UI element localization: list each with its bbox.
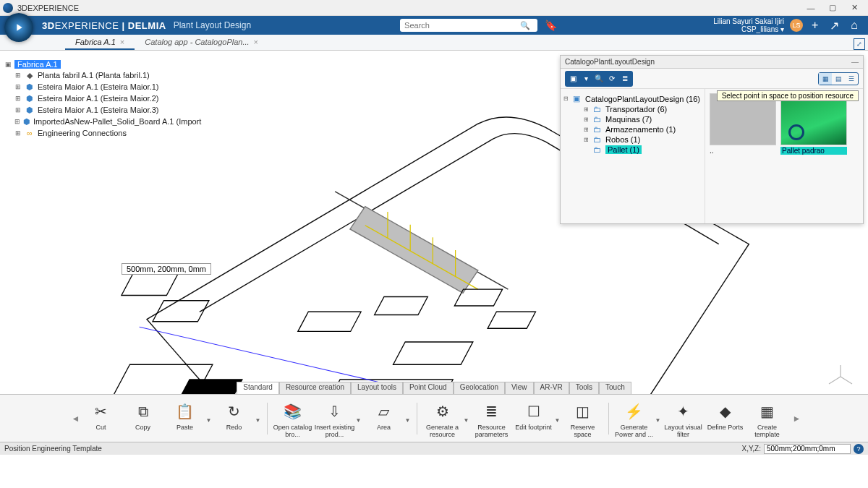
compass-button[interactable] — [4, 13, 33, 42]
dropdown-arrow[interactable]: ▼ — [655, 398, 663, 424]
add-button[interactable]: + — [809, 19, 821, 32]
document-tab[interactable]: Fabrica A.1× — [65, 35, 135, 50]
copy-button[interactable]: ⧉Copy — [122, 398, 164, 439]
expand-icon[interactable]: ⊞ — [14, 106, 22, 114]
tree-node[interactable]: ⊞ ⬢ Esteira Maior A.1 (Esteira Maior.3) — [4, 104, 192, 116]
catalog-refresh-button[interactable]: ⟳ — [605, 72, 618, 85]
dropdown-arrow[interactable]: ▼ — [255, 398, 263, 424]
action-bar-tab[interactable]: AR-VR — [534, 382, 569, 394]
search-input[interactable] — [404, 21, 520, 30]
view-list-button[interactable]: ☰ — [845, 73, 858, 85]
tool-icon: ◫ — [573, 401, 593, 421]
action-bar-tab[interactable]: Resource creation — [279, 382, 351, 394]
xyz-input[interactable] — [764, 444, 851, 454]
catalog-list-button[interactable]: ≣ — [618, 72, 631, 85]
help-button[interactable]: ? — [854, 444, 864, 454]
action-bar-tab[interactable]: Touch — [599, 382, 631, 394]
action-bar-tab[interactable]: Layout tools — [351, 382, 403, 394]
catalog-dropdown-button[interactable]: ▾ — [579, 72, 592, 85]
tree-node[interactable]: ⊞ ∞ Engineering Connections — [4, 127, 192, 139]
svg-rect-9 — [454, 289, 502, 306]
spec-tree[interactable]: ▣ Fabrica A.1 ⊞ ◆ Planta fabril A.1 (Pla… — [4, 59, 192, 139]
edit-footprint-button[interactable]: ☐Edit footprint — [513, 398, 555, 439]
window-minimize-button[interactable]: — — [800, 0, 822, 16]
expand-icon[interactable]: ⊞ — [14, 95, 22, 102]
collapse-icon[interactable]: ▣ — [4, 61, 12, 68]
action-bar-tab[interactable]: Geolocation — [454, 382, 505, 394]
home-button[interactable]: ⌂ — [848, 19, 861, 32]
tree-node[interactable]: ⊞ ⬢ Esteira Maior A.1 (Esteira Maior.1) — [4, 81, 192, 93]
catalog-folder[interactable]: ⊞🗀Armazenamento (1) — [563, 124, 702, 134]
tab-close-icon[interactable]: × — [120, 38, 124, 46]
generate-a-resource-button[interactable]: ⚙Generate a resource — [422, 398, 464, 439]
toolbar-scroll-left[interactable]: ◄ — [69, 414, 79, 424]
window-close-button[interactable]: ✕ — [843, 0, 865, 16]
open-catalog-bro-button[interactable]: 📚Open catalog bro... — [272, 398, 314, 439]
user-info[interactable]: Lilian Sayuri Sakai Ijiri CSP_lilians ▾ — [713, 17, 784, 33]
catalog-open-button[interactable]: ▣ — [566, 72, 579, 85]
catalog-tree-root[interactable]: ⊟▣ CatalogoPlantLayoutDesign (16) — [563, 93, 702, 104]
dropdown-arrow[interactable]: ▼ — [405, 398, 412, 424]
expand-icon[interactable]: ⊞ — [14, 118, 20, 125]
status-bar: Position Engineering Template X,Y,Z: ? — [0, 442, 868, 455]
dropdown-arrow[interactable]: ▼ — [356, 398, 363, 424]
view-small-thumb-button[interactable]: ▤ — [832, 73, 845, 85]
expand-button[interactable]: ⤢ — [854, 38, 865, 50]
action-bar-tabs: StandardResource creationLayout toolsPoi… — [0, 382, 868, 394]
create-template-button[interactable]: ▦Create template — [746, 398, 788, 439]
catalog-toolbar: ▣ ▾ 🔍 ⟳ ≣ ▦ ▤ ☰ — [561, 69, 863, 89]
user-block: Lilian Sayuri Sakai Ijiri CSP_lilians ▾ … — [713, 17, 868, 33]
paste-button[interactable]: 📋Paste — [164, 398, 206, 439]
toolbar-scroll-right[interactable]: ► — [790, 414, 800, 424]
expand-icon[interactable]: ⊞ — [14, 83, 22, 90]
cut-button[interactable]: ✂Cut — [80, 398, 122, 439]
catalog-panel-header[interactable]: CatalogoPlantLayoutDesign — — [561, 56, 863, 69]
folder-icon: 🗀 — [593, 115, 603, 124]
catalog-thumbnail[interactable]: .. — [710, 93, 776, 155]
tree-root[interactable]: ▣ Fabrica A.1 — [4, 59, 192, 69]
area-button[interactable]: ▱Area — [363, 398, 405, 439]
catalog-search-button[interactable]: 🔍 — [592, 72, 605, 85]
catalog-tree[interactable]: ⊟▣ CatalogoPlantLayoutDesign (16) ⊞🗀Tran… — [561, 89, 705, 223]
play-icon — [13, 22, 25, 33]
catalog-folder[interactable]: 🗀Pallet (1) — [563, 145, 702, 155]
panel-pin-icon[interactable]: — — [851, 58, 859, 66]
dropdown-arrow[interactable]: ▼ — [555, 398, 562, 424]
avatar[interactable]: LS — [790, 19, 803, 32]
tree-node[interactable]: ⊞ ◆ Planta fabril A.1 (Planta fabril.1) — [4, 69, 192, 81]
search-icon[interactable]: 🔍 — [520, 21, 530, 30]
folder-icon: 🗀 — [593, 135, 603, 144]
os-titlebar: 3DEXPERIENCE — ▢ ✕ — [0, 0, 868, 16]
cyl-icon: ⬢ — [23, 116, 30, 127]
book-icon: ▣ — [573, 94, 583, 103]
dropdown-arrow[interactable]: ▼ — [206, 398, 213, 424]
reserve-space-button[interactable]: ◫Reserve space — [562, 398, 604, 439]
action-bar-tab[interactable]: Point Cloud — [403, 382, 454, 394]
expand-icon[interactable]: ⊞ — [14, 72, 22, 79]
svg-rect-10 — [488, 312, 535, 328]
insert-existing-prod-button[interactable]: ⇩Insert existing prod... — [314, 398, 356, 439]
dropdown-arrow[interactable]: ▼ — [464, 398, 471, 424]
layout-visual-filter-button[interactable]: ✦Layout visual filter — [663, 398, 705, 439]
tag-icon[interactable]: 🔖 — [545, 20, 557, 31]
expand-icon[interactable]: ⊞ — [14, 129, 22, 137]
redo-button[interactable]: ↻Redo — [213, 398, 255, 439]
tab-close-icon[interactable]: × — [254, 38, 258, 46]
action-bar-tab[interactable]: View — [505, 382, 534, 394]
document-tab[interactable]: Catalog app - CatalogoPlan...× — [135, 35, 268, 50]
tree-node[interactable]: ⊞ ⬢ Esteira Maior A.1 (Esteira Maior.2) — [4, 93, 192, 104]
search-box[interactable]: 🔍 — [400, 19, 537, 32]
generate-power-and-button[interactable]: ⚡Generate Power and ... — [613, 398, 655, 439]
catalog-folder[interactable]: ⊞🗀Transportador (6) — [563, 104, 702, 114]
catalog-thumbnail[interactable]: Pallet padrao — [780, 93, 847, 155]
view-large-thumb-button[interactable]: ▦ — [819, 73, 832, 85]
catalog-folder[interactable]: ⊞🗀Maquinas (7) — [563, 114, 702, 124]
share-button[interactable]: ↗ — [827, 19, 842, 33]
resource-parameters-button[interactable]: ≣Resource parameters — [471, 398, 513, 439]
define-ports-button[interactable]: ◆Define Ports — [705, 398, 746, 439]
catalog-folder[interactable]: ⊞🗀Robos (1) — [563, 134, 702, 145]
action-bar-tab[interactable]: Standard — [237, 382, 279, 394]
window-maximize-button[interactable]: ▢ — [822, 0, 843, 16]
tree-node[interactable]: ⊞ ⬢ ImportedAsNew-Pallet_Solid_Board A.1… — [4, 116, 192, 127]
action-bar-tab[interactable]: Tools — [569, 382, 599, 394]
